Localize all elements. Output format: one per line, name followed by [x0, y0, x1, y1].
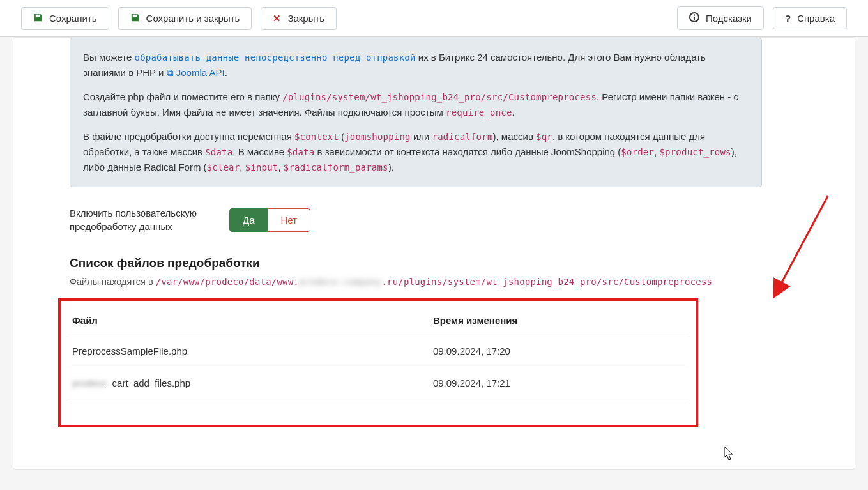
question-icon: ? — [785, 13, 791, 24]
preprocess-doc-link[interactable]: обрабатывать данные непосредственно пере… — [135, 52, 416, 63]
main-panel: Вы можете обрабатывать данные непосредст… — [13, 37, 855, 470]
infobox-paragraph-1: Вы можете обрабатывать данные непосредст… — [83, 50, 749, 80]
save-button[interactable]: Сохранить — [21, 7, 109, 30]
files-path-line: Файлы находятся в /var/www/prodeco/data/… — [70, 277, 762, 287]
save-and-close-button-label: Сохранить и закрыть — [146, 13, 240, 24]
file-name-cell: PreprocessSampleFile.php — [67, 335, 428, 367]
enable-preprocess-row: Включить пользовательскую предобработку … — [70, 201, 807, 250]
file-time-cell: 09.09.2024, 17:20 — [428, 335, 689, 367]
infobox-paragraph-2: Создайте php файл и поместите его в папк… — [83, 89, 749, 120]
files-section-title: Список файлов предобработки — [70, 256, 762, 270]
files-section: Список файлов предобработки Файлы находя… — [70, 256, 762, 427]
svg-rect-1 — [694, 17, 695, 20]
toggle-yes-button[interactable]: Да — [229, 208, 268, 232]
col-file: Файл — [67, 306, 428, 335]
plugin-path-code: /plugins/system/wt_jshopping_b24_pro/src… — [282, 92, 597, 102]
joomla-api-link[interactable]: ⧉ Joomla API — [167, 67, 225, 78]
enable-preprocess-label: Включить пользовательскую предобработку … — [70, 206, 210, 233]
enable-preprocess-toggle: Да Нет — [229, 208, 310, 232]
require-once-code: require_once — [446, 107, 512, 118]
help-button[interactable]: ? Справка — [773, 7, 847, 29]
table-row: PreprocessSampleFile.php 09.09.2024, 17:… — [67, 335, 689, 367]
top-toolbar: Сохранить Сохранить и закрыть ✕ Закрыть … — [0, 0, 868, 37]
save-button-label: Сохранить — [49, 13, 97, 24]
info-icon — [689, 12, 699, 24]
external-link-icon: ⧉ — [167, 67, 174, 78]
help-button-label: Справка — [797, 13, 835, 24]
col-time: Время изменения — [428, 306, 689, 335]
files-table-highlight: Файл Время изменения PreprocessSampleFil… — [58, 298, 698, 427]
close-button-label: Закрыть — [287, 13, 324, 24]
info-notice: Вы можете обрабатывать данные непосредст… — [70, 38, 762, 187]
close-button[interactable]: ✕ Закрыть — [261, 7, 337, 30]
files-path-code: /var/www/prodeco/data/www.prodeco-compan… — [156, 277, 713, 287]
toggle-no-button[interactable]: Нет — [268, 208, 311, 232]
close-icon: ✕ — [273, 13, 281, 24]
save-icon — [130, 13, 140, 24]
hints-button-label: Подсказки — [706, 13, 752, 24]
svg-point-2 — [694, 14, 695, 15]
hints-button[interactable]: Подсказки — [677, 6, 764, 30]
files-table: Файл Время изменения PreprocessSampleFil… — [67, 306, 689, 399]
file-name-cell: prodeco_cart_add_files.php — [67, 367, 428, 399]
save-and-close-button[interactable]: Сохранить и закрыть — [118, 7, 252, 30]
table-row: prodeco_cart_add_files.php 09.09.2024, 1… — [67, 367, 689, 399]
file-time-cell: 09.09.2024, 17:21 — [428, 367, 689, 399]
save-icon — [33, 13, 43, 24]
infobox-paragraph-3: В файле предобработки доступна переменна… — [83, 129, 749, 175]
scroll-area[interactable]: Вы можете обрабатывать данные непосредст… — [13, 38, 855, 469]
